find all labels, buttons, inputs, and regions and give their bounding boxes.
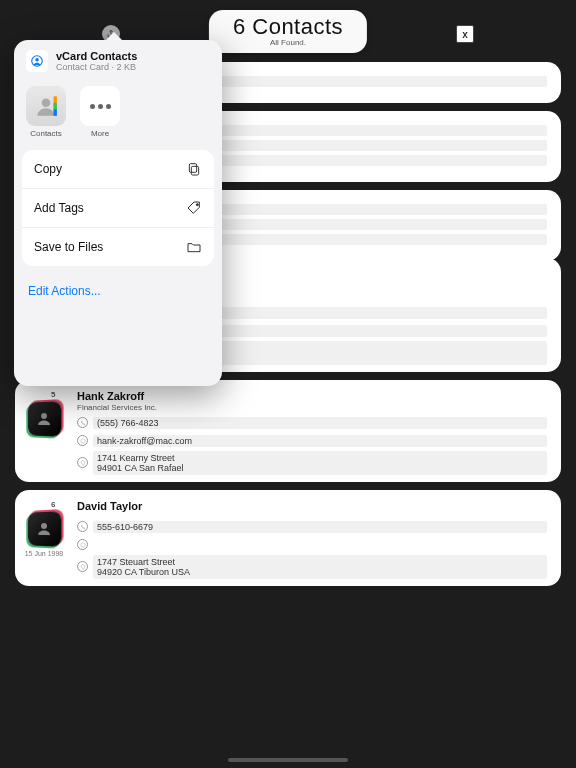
- edit-actions-link[interactable]: Edit Actions...: [14, 274, 222, 316]
- action-add-tags[interactable]: Add Tags: [22, 189, 214, 228]
- title-pill: 6 Contacts All Found.: [209, 10, 367, 53]
- address-value: 1741 Kearny Street94901 CA San Rafael: [93, 451, 547, 475]
- share-app-label: More: [80, 129, 120, 138]
- excel-icon: x: [462, 29, 468, 40]
- page-title: 6 Contacts: [233, 14, 343, 40]
- contact-name: David Taylor: [77, 500, 547, 512]
- share-file-title: vCard Contacts: [56, 50, 137, 62]
- svg-point-8: [42, 98, 51, 107]
- phone-value: 555-610-6679: [93, 521, 547, 533]
- location-icon: [77, 457, 88, 468]
- email-icon: [77, 539, 88, 550]
- share-sheet-header: vCard Contacts Contact Card · 2 KB: [14, 40, 222, 82]
- contact-company: Financial Services Inc.: [77, 403, 547, 412]
- home-indicator: [228, 758, 348, 762]
- export-excel-button[interactable]: x: [456, 25, 474, 43]
- share-actions-list: Copy Add Tags Save to Files: [22, 150, 214, 266]
- contact-index: 6: [51, 500, 55, 509]
- share-apps-row: Contacts More: [14, 82, 222, 150]
- share-sheet: vCard Contacts Contact Card · 2 KB Conta…: [14, 40, 222, 386]
- email-value: [93, 539, 547, 551]
- svg-point-2: [41, 413, 47, 419]
- more-icon: [80, 86, 120, 126]
- contact-name: Hank Zakroff: [77, 390, 547, 402]
- phone-icon: [77, 417, 88, 428]
- contact-index: 5: [51, 390, 55, 399]
- svg-rect-12: [191, 166, 198, 175]
- action-label: Add Tags: [34, 201, 84, 215]
- action-save-files[interactable]: Save to Files: [22, 228, 214, 266]
- svg-rect-13: [189, 164, 196, 173]
- copy-icon: [186, 161, 202, 177]
- share-app-contacts[interactable]: Contacts: [26, 86, 66, 138]
- tag-icon: [186, 200, 202, 216]
- svg-rect-11: [54, 109, 57, 116]
- avatar: [28, 401, 61, 437]
- folder-icon: [186, 239, 202, 255]
- svg-rect-10: [54, 103, 57, 110]
- contacts-app-icon: [26, 86, 66, 126]
- contact-card[interactable]: 5 Hank Zakroff Financial Services Inc. (…: [15, 380, 561, 482]
- svg-point-4: [41, 523, 47, 529]
- action-label: Copy: [34, 162, 62, 176]
- email-icon: [77, 435, 88, 446]
- address-value: 1747 Steuart Street94920 CA Tiburon USA: [93, 555, 547, 579]
- svg-point-5: [80, 542, 85, 547]
- phone-value: (555) 766-4823: [93, 417, 547, 429]
- share-app-more[interactable]: More: [80, 86, 120, 138]
- svg-point-7: [35, 58, 39, 62]
- action-copy[interactable]: Copy: [22, 150, 214, 189]
- popover-arrow: [106, 32, 122, 40]
- svg-point-3: [80, 438, 85, 443]
- share-file-meta: Contact Card · 2 KB: [56, 62, 137, 72]
- contact-date: 15 Jun 1998: [23, 550, 65, 557]
- vcard-file-icon: [26, 50, 48, 72]
- contact-card[interactable]: 6 15 Jun 1998 David Taylor 555-610-6679 …: [15, 490, 561, 586]
- share-app-label: Contacts: [26, 129, 66, 138]
- email-value: hank-zakroff@mac.com: [93, 435, 547, 447]
- phone-icon: [77, 521, 88, 532]
- action-label: Save to Files: [34, 240, 103, 254]
- location-icon: [77, 561, 88, 572]
- svg-point-14: [196, 204, 198, 206]
- avatar: [28, 511, 61, 547]
